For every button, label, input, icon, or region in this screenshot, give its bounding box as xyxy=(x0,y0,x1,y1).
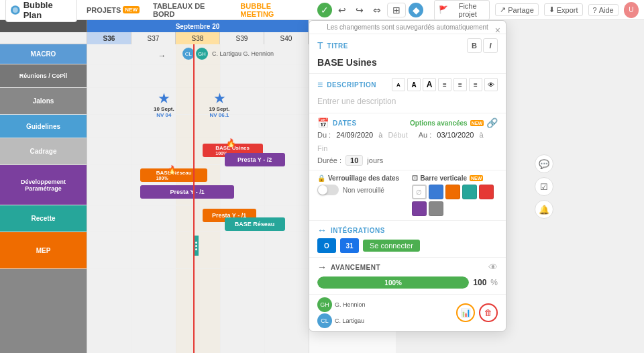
dates-header: 📅 DATES Options avancées NEW 🔗 xyxy=(317,117,498,128)
macro-avatars: CL GH C. Lartigau G. Hennion xyxy=(182,48,274,60)
nav-tableaux[interactable]: TABLEAUX DE BORD xyxy=(149,2,231,18)
lock-toggle[interactable] xyxy=(317,185,339,195)
lock-barre-row: 🔒 Verrouillage des dates Non verrouillé … xyxy=(317,174,498,216)
label-guidelines: Guidelines xyxy=(0,115,87,138)
avatar-lartigau: CL xyxy=(317,313,332,328)
date-end[interactable]: 03/10/2020 xyxy=(437,131,474,139)
save-message: Les changements sont sauvegardés automat… xyxy=(309,21,506,34)
title-input[interactable] xyxy=(317,56,498,69)
row-jalons: ★ 10 Sept. NV 04 ★ 19 Sept. NV 06.1 xyxy=(87,88,309,115)
date-fin-label: Fin xyxy=(317,144,327,152)
color-orange[interactable] xyxy=(445,185,460,199)
bold-btn[interactable]: B xyxy=(467,38,482,53)
preview-btn[interactable]: 👁 xyxy=(484,78,498,91)
footer-user-1: GH G. Hennion xyxy=(317,297,366,312)
jalon-1: ★ 10 Sept. NV 04 xyxy=(154,91,174,118)
nav-projets[interactable]: PROJETS NEW xyxy=(83,6,144,14)
week-s36: S36 xyxy=(87,32,131,44)
nav-meeting[interactable]: BUBBLE MEETING xyxy=(236,2,309,18)
label-dev: Développement Paramétrage xyxy=(0,165,87,205)
color-blue[interactable] xyxy=(429,185,443,199)
duration-value[interactable]: 10 xyxy=(345,155,363,166)
outlook-badge[interactable]: O xyxy=(317,238,336,253)
progress-text: 100% xyxy=(384,279,402,287)
nav-action-icons: ✓ ↩ ↪ ⇔ ⊞ ◆ xyxy=(317,3,423,17)
color-purple[interactable] xyxy=(412,201,427,216)
title-icon: T xyxy=(317,40,323,51)
row-dev: BASE Réseau 100% 🔥 Presta Y - /1 xyxy=(87,165,309,205)
avancement-header: → AVANCEMENT 👁 xyxy=(317,262,498,272)
barre-icon: ⚀ xyxy=(412,174,418,182)
bar-presta-dev[interactable]: Presta Y - /1 xyxy=(140,185,234,199)
google-calendar-badge[interactable]: 31 xyxy=(340,238,359,253)
avancement-eye-icon[interactable]: 👁 xyxy=(488,262,498,272)
close-panel-btn[interactable]: × xyxy=(495,25,500,36)
font-large-btn[interactable]: A xyxy=(423,78,436,91)
nav-view-btn[interactable]: ⊞ xyxy=(387,3,406,17)
check-float-btn[interactable]: ☑ xyxy=(535,177,553,196)
dates-row: Du : 24/09/2020 à Début Au : 03/10/2020 … xyxy=(317,131,498,152)
fire-icon-2: 🔥 xyxy=(167,165,177,174)
redo-icon[interactable]: ↪ xyxy=(352,3,367,17)
label-macro: MACRO xyxy=(0,44,87,64)
panel-footer: GH G. Hennion CL C. Lartigau 📊 🗑 xyxy=(309,294,506,331)
user-avatar[interactable]: U xyxy=(624,2,639,18)
undo-icon[interactable]: ↩ xyxy=(335,3,350,17)
dates-section: 📅 DATES Options avancées NEW 🔗 Du : 24/0… xyxy=(309,113,506,170)
bubble-panel: Les changements sont sauvegardés automat… xyxy=(309,20,506,332)
progress-bar-fill: 100% xyxy=(317,276,469,289)
italic-btn[interactable]: I xyxy=(483,38,498,53)
lock-group: 🔒 Verrouillage des dates Non verrouillé xyxy=(317,174,404,216)
align-right-btn[interactable]: ≡ xyxy=(469,78,482,91)
a-label: à xyxy=(378,131,382,139)
brand-name: Bubble Plan xyxy=(23,0,72,20)
brand-logo[interactable]: Bubble Plan xyxy=(5,0,77,22)
lock-barre-section: 🔒 Verrouillage des dates Non verrouillé … xyxy=(309,170,506,221)
int-icon: ↔ xyxy=(317,225,327,236)
desc-placeholder[interactable]: Entrer une description xyxy=(317,94,498,109)
nav-right: 🚩 Fiche projet ↗ Partage ⬇ Export ? Aide… xyxy=(434,0,639,20)
gantt-month-row: Septembre 20 xyxy=(0,20,309,32)
align-center-btn[interactable]: ≡ xyxy=(453,78,467,91)
fiche-projet-btn[interactable]: 🚩 Fiche projet xyxy=(434,0,490,20)
avancement-section: → AVANCEMENT 👁 100% 100 % xyxy=(309,258,506,294)
week-s39: S39 xyxy=(220,32,264,44)
week-label-empty xyxy=(0,32,87,44)
fire-icon: 🔥 xyxy=(226,138,236,148)
top-nav: Bubble Plan PROJETS NEW TABLEAUX DE BORD… xyxy=(0,0,644,20)
export-btn[interactable]: ⬇ Export xyxy=(544,3,583,16)
comment-float-btn[interactable]: 💬 xyxy=(535,154,553,173)
float-btns: 💬 ☑ 🔔 xyxy=(535,154,553,219)
date-debut-label: Début xyxy=(388,131,407,139)
week-s40: S40 xyxy=(264,32,309,44)
align-left-btn[interactable]: ≡ xyxy=(438,78,451,91)
swap-icon[interactable]: ⇔ xyxy=(370,3,384,17)
titre-header: T TITRE B I xyxy=(317,38,498,53)
date-start[interactable]: 24/09/2020 xyxy=(336,131,373,139)
aide-btn[interactable]: ? Aide xyxy=(588,4,619,16)
check-icon[interactable]: ✓ xyxy=(317,3,332,17)
chart-btn[interactable]: 📊 xyxy=(456,303,475,322)
row-recette: Presta Y - /1 BASE Réseau xyxy=(87,205,309,232)
connect-btn[interactable]: Se connecter xyxy=(363,240,420,252)
partage-btn[interactable]: ↗ Partage xyxy=(495,3,539,16)
bar-presta-y2[interactable]: Presta Y - /2 xyxy=(225,153,285,166)
color-none[interactable]: ∅ xyxy=(412,185,427,199)
font-med-btn[interactable]: A xyxy=(407,78,421,91)
progress-row: 100% 100 % xyxy=(317,276,498,289)
lock-label: 🔒 Verrouillage des dates xyxy=(317,174,404,182)
delete-btn[interactable]: 🗑 xyxy=(479,303,498,322)
label-mep: MEP xyxy=(0,232,87,269)
bell-float-btn[interactable]: 🔔 xyxy=(535,200,553,219)
label-reunions: Réunions / CoPil xyxy=(0,64,87,88)
font-small-btn[interactable]: A xyxy=(392,78,405,91)
bar-base-reseau-recette[interactable]: BASE Réseau xyxy=(225,217,285,231)
au-label: Au : xyxy=(419,131,432,139)
color-gray[interactable] xyxy=(429,201,443,216)
week-s38: S38 xyxy=(176,32,220,44)
color-teal[interactable] xyxy=(462,185,477,199)
duration-row: Durée : 10 jours xyxy=(317,155,498,166)
footer-user-list: GH G. Hennion CL C. Lartigau xyxy=(317,297,366,328)
color-red[interactable] xyxy=(479,185,494,199)
nav-diamond-btn[interactable]: ◆ xyxy=(409,3,423,17)
